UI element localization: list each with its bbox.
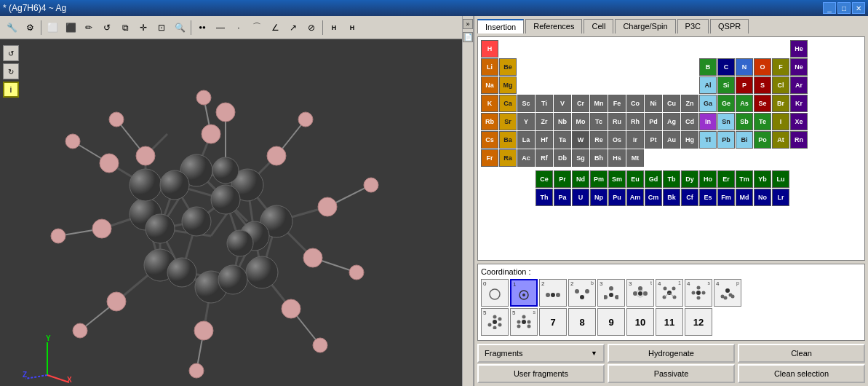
element-Cs[interactable]: Cs [481, 131, 498, 149]
tool-zoom[interactable]: 🔍 [171, 19, 188, 36]
element-Br[interactable]: Br [772, 95, 789, 112]
element-Hf[interactable]: Hf [535, 131, 553, 149]
element-Yb[interactable]: Yb [754, 170, 771, 188]
tool-atom[interactable]: ●● [194, 19, 211, 36]
coord-btn-1[interactable]: 1 [510, 279, 538, 307]
element-Ir[interactable]: Ir [626, 131, 644, 149]
tool-h2[interactable]: H [343, 19, 361, 36]
element-La[interactable]: La [517, 131, 535, 149]
tab-p3c[interactable]: P3C [677, 19, 709, 34]
element-O[interactable]: O [754, 58, 771, 76]
element-Np[interactable]: Np [590, 189, 608, 206]
coord-btn-11[interactable]: 11 [656, 308, 683, 336]
coord-btn-8[interactable]: 8 [568, 308, 596, 336]
element-Cm[interactable]: Cm [645, 189, 662, 206]
element-Ti[interactable]: Ti [535, 95, 553, 112]
element-Pd[interactable]: Pd [645, 113, 662, 130]
element-He[interactable]: He [790, 40, 808, 58]
element-At[interactable]: At [772, 131, 789, 149]
element-Ac[interactable]: Ac [517, 149, 535, 167]
element-Y[interactable]: Y [517, 113, 535, 130]
element-Lr[interactable]: Lr [772, 189, 789, 206]
element-Ra[interactable]: Ra [499, 149, 517, 167]
element-Ne[interactable]: Ne [790, 58, 808, 76]
element-Bi[interactable]: Bi [736, 131, 753, 149]
element-Db[interactable]: Db [554, 149, 571, 167]
minimize-button[interactable]: _ [823, 2, 836, 14]
tool-settings[interactable]: ⚙ [21, 19, 39, 36]
user-fragments-button[interactable]: User fragments [477, 364, 605, 383]
element-Am[interactable]: Am [626, 189, 644, 206]
element-Md[interactable]: Md [736, 189, 753, 206]
element-Sr[interactable]: Sr [499, 113, 517, 130]
element-Se[interactable]: Se [754, 95, 771, 112]
element-Eu[interactable]: Eu [626, 170, 644, 188]
coord-btn-9[interactable]: 9 [597, 308, 625, 336]
element-Ar[interactable]: Ar [790, 76, 808, 94]
element-Pt[interactable]: Pt [645, 131, 662, 149]
element-Er[interactable]: Er [717, 170, 735, 188]
element-Pb[interactable]: Pb [717, 131, 735, 149]
element-N[interactable]: N [736, 58, 753, 76]
tab-charge-spin[interactable]: Charge/Spin [615, 19, 675, 34]
element-Fm[interactable]: Fm [717, 189, 735, 206]
maximize-button[interactable]: □ [837, 2, 851, 14]
element-Ge[interactable]: Ge [717, 95, 735, 112]
element-Tm[interactable]: Tm [736, 170, 753, 188]
element-Cl[interactable]: Cl [772, 76, 789, 94]
element-Pm[interactable]: Pm [590, 170, 608, 188]
element-B[interactable]: B [699, 58, 717, 76]
element-H[interactable]: H [481, 40, 498, 58]
element-Tc[interactable]: Tc [590, 113, 608, 130]
element-Mn[interactable]: Mn [590, 95, 608, 112]
element-Nb[interactable]: Nb [554, 113, 571, 130]
coord-btn-3t[interactable]: 3 t [626, 279, 654, 307]
element-Sn[interactable]: Sn [717, 113, 735, 130]
passivate-button[interactable]: Passivate [608, 364, 735, 383]
tab-qspr[interactable]: QSPR [710, 19, 749, 34]
element-Ta[interactable]: Ta [554, 131, 571, 149]
element-Nd[interactable]: Nd [572, 170, 589, 188]
element-Kr[interactable]: Kr [790, 95, 808, 112]
close-button[interactable]: ✕ [852, 2, 865, 14]
element-Na[interactable]: Na [481, 76, 498, 94]
element-Ca[interactable]: Ca [499, 95, 517, 112]
element-Ga[interactable]: Ga [699, 95, 717, 112]
element-Rn[interactable]: Rn [790, 131, 808, 149]
coord-btn-4p[interactable]: 4 p [714, 279, 741, 307]
element-As[interactable]: As [736, 95, 753, 112]
tool-select1[interactable]: ⬜ [44, 19, 61, 36]
element-Rh[interactable]: Rh [626, 113, 644, 130]
element-V[interactable]: V [554, 95, 571, 112]
element-Zn[interactable]: Zn [681, 95, 698, 112]
tool-arrow[interactable]: ↗ [284, 19, 302, 36]
element-Sc[interactable]: Sc [517, 95, 535, 112]
element-In[interactable]: In [699, 113, 717, 130]
tool-curve[interactable]: ⌒ [248, 19, 266, 36]
tool-select2[interactable]: ⬛ [62, 19, 79, 36]
element-Zr[interactable]: Zr [535, 113, 553, 130]
tool-duplicate[interactable]: ⧉ [116, 19, 134, 36]
element-Tb[interactable]: Tb [663, 170, 680, 188]
element-Li[interactable]: Li [481, 58, 498, 76]
element-Bh[interactable]: Bh [590, 149, 608, 167]
element-K[interactable]: K [481, 95, 498, 112]
element-U[interactable]: U [572, 189, 589, 206]
element-Sg[interactable]: Sg [572, 149, 589, 167]
element-Fr[interactable]: Fr [481, 149, 498, 167]
coord-btn-5[interactable]: 5 [481, 308, 509, 336]
element-Gd[interactable]: Gd [645, 170, 662, 188]
tool-undo[interactable]: ↺ [98, 19, 116, 36]
element-C[interactable]: C [717, 58, 735, 76]
tool-angle[interactable]: ∠ [266, 19, 284, 36]
element-Ni[interactable]: Ni [645, 95, 662, 112]
tool-move[interactable]: ✛ [135, 19, 152, 36]
element-Os[interactable]: Os [608, 131, 626, 149]
coord-btn-7[interactable]: 7 [539, 308, 567, 336]
element-Cr[interactable]: Cr [572, 95, 589, 112]
tool-h1[interactable]: H [325, 19, 343, 36]
element-Hg[interactable]: Hg [681, 131, 698, 149]
element-Cf[interactable]: Cf [681, 189, 698, 206]
fragments-dropdown[interactable]: Fragments ▼ [477, 344, 605, 363]
element-P[interactable]: P [736, 76, 753, 94]
